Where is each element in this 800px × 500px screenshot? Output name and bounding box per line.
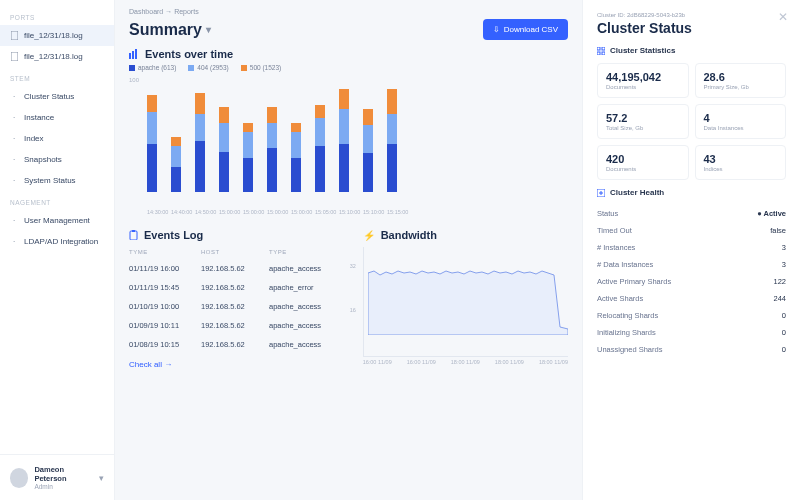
sidebar-section-reports: PORTS [0,6,114,25]
health-row: # Instances3 [597,239,786,256]
clipboard-icon [129,230,138,240]
stat-card: 44,195,042Documents [597,63,689,98]
dot-icon: · [10,93,18,101]
bar-column [171,137,181,192]
dot-icon: · [10,238,18,246]
health-row: Status● Active [597,205,786,222]
user-role: Admin [34,483,93,490]
health-row: Timed Outfalse [597,222,786,239]
sidebar-item[interactable]: ·Snapshots [0,149,114,170]
stat-card: 420Documents [597,145,689,180]
sidebar-item[interactable]: ·Cluster Status [0,86,114,107]
dot-icon: · [10,156,18,164]
health-row: Relocating Shards0 [597,307,786,324]
download-csv-button[interactable]: ⇩ Download CSV [483,19,568,40]
sidebar-section-system: STEM [0,67,114,86]
bar-column [267,107,277,192]
svg-rect-10 [602,52,605,55]
table-row[interactable]: 01/09/19 10:11192.168.5.62apache_access [129,316,345,335]
table-header: TYME HOST TYPE [129,245,345,259]
sidebar-item[interactable]: ·System Status [0,170,114,191]
legend-swatch [129,65,135,71]
bolt-icon: ⚡ [363,230,375,241]
svg-rect-6 [132,230,135,232]
sidebar: PORTS file_12/31/18.logfile_12/31/18.log… [0,0,115,500]
bar-chart-icon [129,49,139,59]
health-row: Unassigned Shards0 [597,341,786,358]
file-icon [10,32,18,40]
cluster-health-heading: Cluster Health [597,188,786,197]
bar-column [339,89,349,192]
download-icon: ⇩ [493,25,500,34]
table-row[interactable]: 01/11/19 16:00192.168.5.62apache_access [129,259,345,278]
sidebar-item[interactable]: file_12/31/18.log [0,46,114,67]
check-all-link[interactable]: Check all → [129,360,345,369]
cluster-statistics-heading: Cluster Statistics [597,46,786,55]
stat-card: 43Indices [695,145,787,180]
bandwidth-card: ⚡ Bandwidth 32 16 16:00 11/0916:00 11/09… [363,229,568,369]
svg-rect-3 [132,51,134,59]
svg-rect-1 [11,52,18,61]
breadcrumb[interactable]: Dashboard → Reports [129,8,568,15]
health-row: Active Shards244 [597,290,786,307]
chart-legend: apache (613)404 (2953)500 (1523) [129,64,568,71]
page-title[interactable]: Summary ▾ [129,21,211,39]
bar-column [219,107,229,192]
bandwidth-chart: 32 16 [363,247,568,357]
bar-column [387,89,397,192]
legend-swatch [241,65,247,71]
sidebar-item[interactable]: ·Instance [0,107,114,128]
sidebar-item[interactable]: ·LDAP/AD Integration [0,231,114,252]
events-chart: 100 [129,77,568,207]
x-axis-labels: 14:30:0014:40:0014:50:0015:00:0015:00:00… [129,209,568,215]
events-over-time-title: Events over time [129,48,568,60]
close-icon[interactable]: ✕ [778,10,788,24]
svg-rect-9 [597,52,600,55]
table-row[interactable]: 01/08/19 10:15192.168.5.62apache_access [129,335,345,354]
y-axis-label: 100 [129,77,139,83]
bar-column [195,93,205,192]
table-row[interactable]: 01/11/19 15:45192.168.5.62apache_error [129,278,345,297]
stat-card: 4Data Instances [695,104,787,139]
health-row: # Data Instances3 [597,256,786,273]
svg-rect-0 [11,31,18,40]
bar-column [291,123,301,192]
svg-rect-4 [135,49,137,59]
cluster-id: Cluster ID: 2dB68229-5043-b23b [597,12,786,18]
bar-column [315,105,325,192]
bar-column [363,109,373,192]
chevron-down-icon: ▾ [99,473,104,483]
avatar [10,468,28,488]
svg-rect-2 [129,53,131,59]
dot-icon: · [10,114,18,122]
bandwidth-x-labels: 16:00 11/0916:00 11/0918:00 11/0918:00 1… [363,359,568,365]
dot-icon: · [10,177,18,185]
sidebar-item[interactable]: ·Index [0,128,114,149]
grid-icon [597,47,605,55]
dot-icon: · [10,135,18,143]
health-row: Active Primary Shards122 [597,273,786,290]
stat-card: 57.2Total Size, Gb [597,104,689,139]
sidebar-user[interactable]: Dameon Peterson Admin ▾ [0,454,114,500]
file-icon [10,53,18,61]
dot-icon: · [10,217,18,225]
svg-rect-8 [602,47,605,50]
user-name: Dameon Peterson [34,465,93,483]
cluster-status-panel: ✕ Cluster ID: 2dB68229-5043-b23b Cluster… [582,0,800,500]
sidebar-item[interactable]: file_12/31/18.log [0,25,114,46]
chevron-down-icon: ▾ [206,24,211,35]
bar-column [147,95,157,192]
legend-swatch [188,65,194,71]
stat-card: 28.6Primary Size, Gb [695,63,787,98]
svg-rect-7 [597,47,600,50]
sidebar-section-management: NAGEMENT [0,191,114,210]
sidebar-item[interactable]: ·User Management [0,210,114,231]
table-row[interactable]: 01/10/19 10:00192.168.5.62apache_access [129,297,345,316]
bar-column [243,123,253,192]
svg-rect-5 [130,231,137,240]
plus-square-icon [597,189,605,197]
main-content: Dashboard → Reports Summary ▾ ⇩ Download… [115,0,582,500]
events-log: Events Log TYME HOST TYPE 01/11/19 16:00… [129,229,345,369]
panel-title: Cluster Status [597,20,786,36]
health-row: Initializing Shards0 [597,324,786,341]
